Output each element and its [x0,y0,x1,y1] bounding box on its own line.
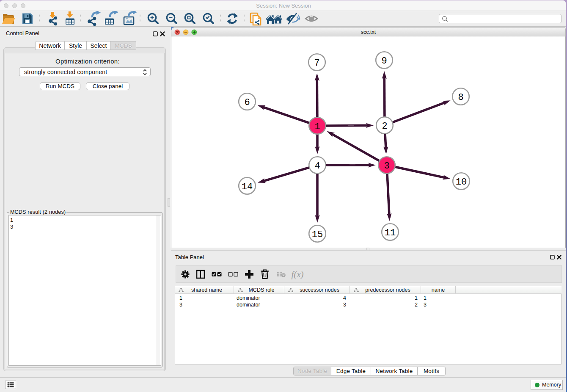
svg-text:2: 2 [382,121,387,132]
svg-text:14: 14 [242,182,253,192]
svg-text:7: 7 [314,58,319,69]
svg-text:1: 1 [314,121,320,132]
svg-text:6: 6 [244,97,250,108]
svg-text:3: 3 [384,161,389,171]
svg-text:4: 4 [314,161,320,171]
svg-text:9: 9 [381,56,387,66]
svg-text:10: 10 [456,177,467,188]
svg-text:11: 11 [385,228,396,238]
svg-text:f(x): f(x) [291,269,303,279]
svg-text:8: 8 [458,92,463,103]
svg-text:15: 15 [312,229,323,240]
